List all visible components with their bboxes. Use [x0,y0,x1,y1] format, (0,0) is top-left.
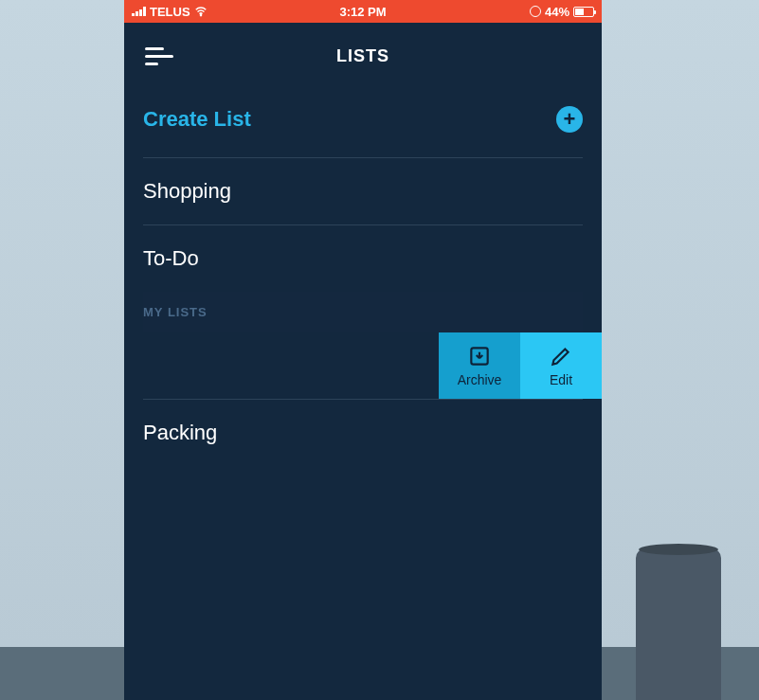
nav-bar: LISTS [124,23,602,89]
swiped-list-item[interactable]: Archive Edit [124,332,602,399]
create-list-row[interactable]: Create List + [143,89,583,157]
menu-button[interactable] [145,43,175,70]
list-item-shopping[interactable]: Shopping [143,158,583,224]
archive-icon [467,344,492,368]
section-header-mylists: MY LISTS [143,292,583,332]
plus-icon[interactable]: + [556,106,583,133]
phone-screen: TELUS 3:12 PM 44% LISTS Create List + Sh… [124,0,602,700]
echo-device [636,548,721,700]
clock: 3:12 PM [339,5,386,19]
list-item-packing[interactable]: Packing [143,400,583,466]
battery-icon [573,7,594,17]
carrier-label: TELUS [150,5,190,19]
signal-icon [132,7,146,16]
edit-button[interactable]: Edit [520,332,602,399]
archive-button[interactable]: Archive [439,332,520,399]
alarm-icon [530,6,541,17]
battery-pct: 44% [545,5,569,19]
page-title: LISTS [336,46,389,66]
create-list-label: Create List [143,107,251,132]
wifi-icon [194,5,208,18]
pencil-icon [549,344,573,368]
status-bar: TELUS 3:12 PM 44% [124,0,602,23]
archive-label: Archive [458,372,502,387]
edit-label: Edit [550,372,572,387]
list-item-todo[interactable]: To-Do [143,225,583,292]
svg-point-0 [200,15,201,16]
